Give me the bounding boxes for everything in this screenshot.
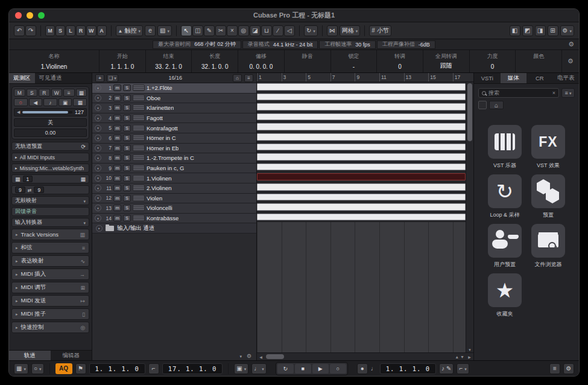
track-lane[interactable] — [257, 132, 466, 142]
automation-letter-button[interactable]: W — [86, 25, 96, 36]
timeline-ruler[interactable]: 1357911131517 — [257, 73, 473, 82]
midi-part[interactable] — [257, 194, 466, 201]
audition-quantize-button[interactable]: AQ — [55, 363, 72, 374]
pointer-mode-button[interactable] — [31, 363, 44, 374]
midi-part[interactable] — [257, 113, 466, 121]
Kontrafagott-track-row[interactable]: 5 m S Kontrafagott — [92, 123, 256, 133]
vertical-scrollbar-thumb[interactable] — [467, 83, 472, 141]
midi-part[interactable] — [257, 94, 466, 101]
track-mute-mini-button[interactable]: m — [113, 135, 121, 141]
media-tile[interactable]: 收藏夹 — [485, 273, 525, 318]
track-expand-icon[interactable] — [95, 154, 101, 161]
monitor-button[interactable] — [29, 98, 43, 106]
info-field[interactable]: 长度 32. 1. 0. 0 — [192, 50, 238, 72]
track-lane[interactable] — [257, 112, 466, 122]
info-line-setup-icon[interactable] — [562, 50, 579, 72]
marker-button[interactable] — [75, 363, 86, 374]
automation-letter-button[interactable]: L — [66, 25, 75, 36]
redo-button[interactable] — [25, 25, 36, 36]
track-mute-mini-button[interactable]: m — [113, 195, 121, 202]
automation-letter-button[interactable]: M — [45, 25, 55, 36]
record-enable-button[interactable] — [14, 98, 28, 106]
write-automation-button[interactable]: W — [51, 89, 63, 97]
track-solo-mini-button[interactable]: S — [123, 95, 131, 101]
midi-part[interactable] — [257, 153, 466, 161]
mute-tool-button[interactable] — [227, 25, 238, 36]
track-name[interactable]: 1.+2.Flöte — [147, 84, 172, 91]
edit-channel-button[interactable]: e — [145, 25, 156, 36]
inspector-section-header[interactable]: 快速控制 — [11, 322, 89, 333]
channel-row[interactable]: 1 — [11, 174, 89, 183]
info-field[interactable]: 名称 1.Violinen — [9, 50, 100, 72]
track-name[interactable]: Oboe — [147, 95, 160, 101]
quantize-dropdown[interactable]: 小节 — [369, 25, 391, 36]
track-expand-icon[interactable] — [95, 175, 101, 182]
locator-time-display[interactable]: 17. 1. 1. 0 — [162, 363, 223, 374]
status-item[interactable]: 工程声像补偿 -6dB — [377, 40, 435, 49]
info-field-value[interactable]: 1. 1. 1. 0 — [102, 63, 143, 70]
inspector-section-header[interactable]: 和弦 — [11, 242, 89, 253]
track-name[interactable]: Hörner in C — [147, 135, 176, 141]
media-tile[interactable]: VST 效果 — [528, 125, 568, 170]
track-lane[interactable] — [257, 102, 466, 112]
track-solo-mini-button[interactable]: S — [123, 84, 131, 91]
automation-letter-button[interactable]: R — [76, 25, 86, 36]
track-list-empty-area[interactable] — [92, 234, 256, 352]
info-field-value[interactable]: 0. 0. 0. 0 — [241, 63, 282, 70]
cycle-transport-button[interactable] — [277, 364, 294, 374]
read-automation-button[interactable]: R — [39, 89, 50, 97]
1.-2.Trompete in C-track-row[interactable]: 8 m S 1.-2.Trompete in C — [92, 153, 256, 164]
secondary-time-display[interactable]: 1. 1. 1. 0 — [380, 363, 436, 374]
add-track-button[interactable] — [95, 74, 104, 82]
split-tool-button[interactable] — [215, 25, 226, 36]
record-transport-button[interactable] — [330, 364, 346, 374]
midi-part[interactable] — [257, 214, 466, 221]
track-mute-mini-button[interactable]: m — [113, 215, 121, 221]
track-mute-mini-button[interactable]: m — [113, 125, 121, 132]
track-solo-mini-button[interactable]: S — [123, 175, 131, 182]
track-lane[interactable] — [257, 122, 466, 132]
results-view-button[interactable] — [561, 88, 575, 98]
info-field[interactable]: 颜色 — [516, 50, 562, 72]
track-expand-icon[interactable] — [95, 215, 101, 221]
track-name[interactable]: Klarinetten — [147, 104, 174, 111]
track-lane[interactable] — [257, 92, 466, 103]
midi-part[interactable] — [257, 164, 466, 171]
toggle-lower-zone-button[interactable] — [522, 25, 533, 36]
track-list-menu-button[interactable] — [244, 74, 253, 82]
volume-control[interactable]: 127 — [14, 108, 87, 116]
midi-part[interactable] — [257, 133, 466, 141]
Klarinetten-track-row[interactable]: 3 m S Klarinetten — [92, 103, 256, 113]
track-expand-icon[interactable] — [95, 185, 101, 191]
track-mute-mini-button[interactable]: m — [113, 84, 121, 91]
2.Violinen-track-row[interactable]: 11 m S 2.Violinen — [92, 183, 256, 194]
Hörner in Eb-track-row[interactable]: 7 m S Hörner in Eb — [92, 144, 256, 154]
track-expand-icon[interactable] — [95, 84, 101, 91]
lanes[interactable] — [257, 82, 466, 352]
inspector-tab[interactable]: 观测区 — [9, 73, 35, 83]
1.Violinen-track-row[interactable]: 10 m S 1.Violinen — [92, 173, 256, 183]
track-name[interactable]: 2.Violinen — [147, 185, 172, 191]
midi-icon[interactable] — [43, 98, 57, 106]
status-item[interactable]: 录音格式 44.1 kHz - 24 bit — [242, 40, 318, 49]
track-lane[interactable] — [257, 152, 466, 162]
transport-config-button[interactable] — [14, 363, 28, 374]
lane-display-icon[interactable] — [76, 89, 87, 97]
horizontal-scrollbar[interactable]: ◀ ▲▼ ▶ — [257, 352, 473, 360]
track-preset-row[interactable]: 无轨道预置 — [11, 142, 89, 151]
scrub-tool-button[interactable] — [284, 25, 295, 36]
program-value[interactable]: 9 — [34, 186, 44, 193]
zoom-controls[interactable]: ▲▼ — [455, 355, 466, 359]
track-solo-mini-button[interactable]: S — [123, 195, 131, 202]
media-tile[interactable]: 预置 — [528, 174, 568, 219]
info-field-value[interactable]: - — [334, 63, 375, 70]
automation-letter-button[interactable]: A — [97, 25, 107, 36]
right-zone-tab[interactable]: 电平表 — [553, 73, 580, 83]
volume-slider[interactable] — [22, 111, 72, 113]
midi-part[interactable] — [257, 103, 466, 110]
channel-value[interactable]: 1 — [23, 176, 33, 182]
track-solo-mini-button[interactable]: S — [123, 104, 131, 111]
keyboard-icon[interactable] — [73, 98, 87, 106]
folder-expand-icon[interactable] — [96, 225, 103, 232]
minimize-window-button[interactable] — [27, 12, 33, 19]
